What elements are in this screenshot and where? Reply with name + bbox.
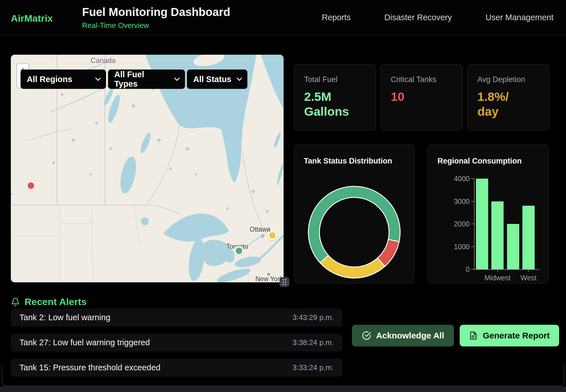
tank-marker-warning[interactable] [268,231,277,240]
bar-1 [491,201,504,270]
stat-card-avg-depletion: Avg Depletion 1.8%/ day [467,64,549,130]
status-filter-value: All Status [193,75,231,84]
nav-item-reports[interactable]: Reports [322,13,351,22]
tank-status-distribution-card: Tank Status Distribution [294,144,414,283]
bottom-scrollbar-track[interactable] [0,386,566,392]
fuel-type-filter-value: All Fuel Types [114,70,170,89]
map-country-label: Canada [91,56,116,65]
stat-label: Total Fuel [304,75,366,84]
ottawa-town-symbol [261,234,264,237]
page-title: Fuel Monitoring Dashboard [82,6,230,19]
chevron-down-icon [174,77,180,81]
app-logo: AirMatrix [11,13,53,24]
nav-item-user-management[interactable]: User Management [485,13,553,22]
map-filter-bar: All Regions All Fuel Types All Status [21,70,247,89]
y-axis-tick-label: 0 [447,265,470,273]
check-circle-icon [362,331,371,340]
bar-2 [507,224,519,269]
alert-time: 3:38:24 p.m. [292,338,334,347]
tank-map[interactable]: Canada + − All Regions All Fuel Types Al… [11,55,284,282]
alert-time: 3:43:29 p.m. [292,313,334,322]
stat-value: 10 [391,89,453,104]
y-axis-tick-label: 3000 [447,197,470,206]
fuel-type-filter-dropdown[interactable]: All Fuel Types [108,70,185,89]
report-document-icon [469,331,478,340]
stat-label: Avg Depletion [477,75,539,84]
page-subtitle: Real-Time Overview [82,21,149,30]
recent-alerts-title: Recent Alerts [25,296,87,307]
map-city-label-ottawa: Ottawa [250,226,270,233]
y-axis-tick-label: 1000 [447,243,470,251]
stat-card-total-fuel: Total Fuel 2.5M Gallons [294,64,376,130]
nav-item-disaster-recovery[interactable]: Disaster Recovery [384,13,452,22]
map-city-label-new-york: New York [255,275,283,282]
region-filter-dropdown[interactable]: All Regions [21,70,106,89]
map-resize-handle[interactable] [280,277,289,287]
y-axis-tick-label: 2000 [447,220,470,228]
new-york-town-symbol [268,273,270,275]
tank-marker-critical[interactable] [26,181,36,190]
stat-value: 1.8%/ day [477,89,539,119]
region-filter-value: All Regions [27,75,72,84]
acknowledge-all-button[interactable]: Acknowledge All [352,325,454,346]
recent-alerts-header: Recent Alerts [11,296,87,307]
tank-status-donut-chart[interactable] [294,145,415,284]
chevron-down-icon [95,77,101,81]
regional-consumption-bar-chart[interactable]: 01000200030004000MidwestWest [428,145,549,284]
donut-chart-title: Tank Status Distribution [304,157,392,166]
content-panel-bottom-frame [2,365,564,386]
alert-row[interactable]: Tank 27: Low fuel warning triggered 3:38… [11,334,342,352]
status-filter-dropdown[interactable]: All Status [187,70,247,89]
bar-3 [522,206,535,269]
stat-label: Critical Tanks [391,75,453,84]
generate-report-button[interactable]: Generate Report [460,325,559,346]
x-axis-tick-label: West [508,274,548,282]
tank-marker-normal[interactable] [234,246,244,256]
bell-icon [11,297,20,307]
header-bar: AirMatrix Fuel Monitoring Dashboard Real… [0,0,566,35]
alert-text: Tank 2: Low fuel warning [19,313,110,322]
stat-card-critical-tanks: Critical Tanks 10 [381,64,463,130]
chevron-down-icon [237,77,242,81]
alert-row[interactable]: Tank 2: Low fuel warning 3:43:29 p.m. [11,309,342,326]
regional-consumption-card: Regional Consumption 01000200030004000Mi… [428,144,549,283]
stat-value: 2.5M Gallons [304,89,366,119]
dashboard-page: AirMatrix Fuel Monitoring Dashboard Real… [0,0,566,392]
main-nav: Reports Disaster Recovery User Managemen… [322,0,553,35]
y-axis-tick-label: 4000 [447,175,470,183]
bar-0 [476,179,488,269]
alert-text: Tank 27: Low fuel warning triggered [19,338,150,347]
